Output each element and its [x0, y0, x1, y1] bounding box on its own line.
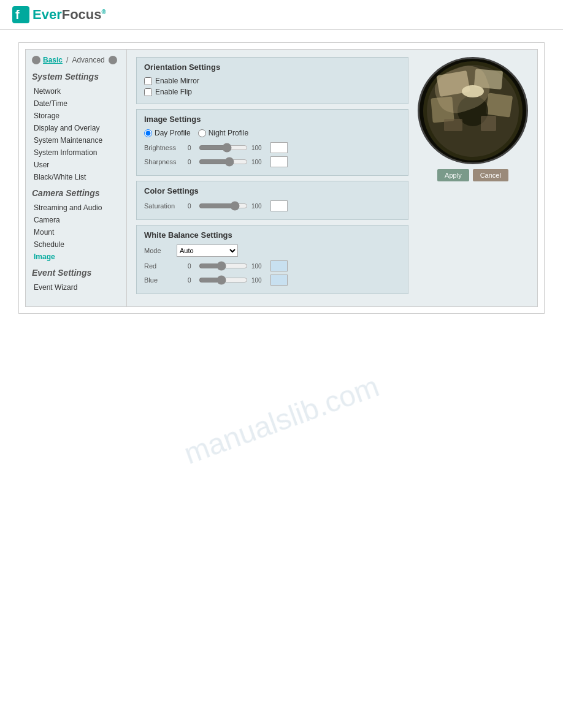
- saturation-row: Saturation 0 100 80: [144, 200, 400, 211]
- nav-schedule[interactable]: Schedule: [29, 238, 123, 251]
- white-balance-title: White Balance Settings: [144, 230, 400, 240]
- sharpness-value[interactable]: 65: [270, 156, 288, 167]
- svg-rect-11: [481, 116, 496, 131]
- sharpness-row: Sharpness 0 100 65: [144, 156, 400, 167]
- sharpness-label: Sharpness: [144, 158, 184, 165]
- fisheye-svg: [419, 58, 526, 164]
- enable-mirror-label: Enable Mirror: [155, 77, 199, 85]
- svg-rect-6: [431, 96, 454, 123]
- blue-slider[interactable]: [199, 278, 248, 282]
- image-settings-section: Image Settings Day Profile Night Profile: [136, 109, 408, 176]
- fisheye-visual: [419, 58, 526, 164]
- day-profile-radio[interactable]: [144, 129, 152, 137]
- nav-blackwhite-list[interactable]: Black/White List: [29, 171, 123, 183]
- orientation-settings-section: Orientation Settings Enable Mirror Enabl…: [136, 57, 408, 104]
- blue-row: Blue 0 100 46: [144, 275, 400, 286]
- saturation-min: 0: [188, 203, 195, 210]
- nav-system-maintenance[interactable]: System Maintenance: [29, 134, 123, 146]
- sharpness-slider[interactable]: [199, 159, 248, 164]
- cancel-button[interactable]: Cancel: [473, 169, 508, 181]
- logo-icon: f: [12, 6, 29, 23]
- tab-separator: /: [66, 56, 68, 64]
- brightness-row: Brightness 0 100 60: [144, 142, 400, 153]
- brightness-min: 0: [188, 145, 195, 151]
- camera-preview: Apply Cancel: [418, 57, 528, 299]
- night-profile-label: Night Profile: [209, 129, 248, 137]
- brightness-slider[interactable]: [199, 145, 248, 150]
- system-settings-title: System Settings: [32, 72, 120, 82]
- orientation-title: Orientation Settings: [144, 63, 400, 72]
- mode-select[interactable]: Auto Manual Indoor Outdoor: [177, 245, 238, 257]
- svg-rect-7: [486, 93, 513, 117]
- page-header: f EverFocus®: [0, 0, 563, 30]
- night-profile-radio[interactable]: [198, 129, 206, 137]
- blue-value[interactable]: 46: [270, 275, 288, 286]
- action-buttons: Apply Cancel: [418, 169, 528, 181]
- nav-image[interactable]: Image: [29, 251, 123, 263]
- blue-label: Blue: [144, 276, 184, 284]
- red-row: Red 0 100 45: [144, 260, 400, 271]
- red-label: Red: [144, 262, 184, 270]
- brightness-value[interactable]: 60: [270, 142, 288, 153]
- svg-point-9: [462, 85, 484, 97]
- nav-mount[interactable]: Mount: [29, 226, 123, 238]
- settings-panel: Orientation Settings Enable Mirror Enabl…: [136, 57, 408, 299]
- content-border: Basic / Advanced System Settings Network…: [18, 42, 545, 314]
- profile-radio-row: Day Profile Night Profile: [144, 129, 400, 137]
- enable-flip-row: Enable Flip: [144, 88, 400, 96]
- apply-button[interactable]: Apply: [437, 169, 469, 181]
- sharpness-min: 0: [188, 159, 195, 165]
- enable-mirror-row: Enable Mirror: [144, 77, 400, 85]
- fisheye-camera-image: [418, 57, 528, 164]
- top-row: Orientation Settings Enable Mirror Enabl…: [136, 57, 528, 299]
- nav-storage[interactable]: Storage: [29, 110, 123, 122]
- nav-network[interactable]: Network: [29, 85, 123, 97]
- brightness-label: Brightness: [144, 144, 184, 151]
- color-settings-title: Color Settings: [144, 186, 400, 195]
- saturation-slider[interactable]: [199, 203, 248, 208]
- mode-row: Mode Auto Manual Indoor Outdoor: [144, 245, 400, 257]
- red-value[interactable]: 45: [270, 260, 288, 271]
- enable-mirror-checkbox[interactable]: [144, 77, 152, 85]
- inner-layout: Basic / Advanced System Settings Network…: [25, 49, 538, 307]
- main-content: Orientation Settings Enable Mirror Enabl…: [127, 50, 537, 306]
- nav-display-overlay[interactable]: Display and Overlay: [29, 122, 123, 134]
- tab-advanced[interactable]: Advanced: [72, 56, 104, 64]
- red-slider[interactable]: [199, 264, 248, 268]
- color-settings-section: Color Settings Saturation 0 100 80: [136, 181, 408, 220]
- white-balance-section: White Balance Settings Mode Auto Manual …: [136, 225, 408, 294]
- image-settings-title: Image Settings: [144, 115, 400, 124]
- event-settings-title: Event Settings: [32, 268, 120, 278]
- saturation-value[interactable]: 80: [270, 200, 288, 211]
- nav-event-wizard[interactable]: Event Wizard: [29, 281, 123, 294]
- enable-flip-label: Enable Flip: [155, 88, 192, 96]
- nav-streaming-audio[interactable]: Streaming and Audio: [29, 202, 123, 214]
- logo-text: EverFocus®: [33, 7, 106, 23]
- nav-user[interactable]: User: [29, 159, 123, 171]
- tab-basic[interactable]: Basic: [43, 56, 63, 64]
- svg-rect-5: [474, 69, 503, 89]
- saturation-max: 100: [251, 203, 267, 210]
- advanced-tab-icon: [109, 56, 117, 64]
- blue-min: 0: [188, 277, 195, 284]
- brightness-max: 100: [251, 145, 267, 151]
- red-min: 0: [188, 263, 195, 270]
- day-profile-label: Day Profile: [155, 129, 191, 137]
- nav-system-info[interactable]: System Information: [29, 146, 123, 159]
- nav-camera[interactable]: Camera: [29, 214, 123, 226]
- red-max: 100: [251, 263, 267, 270]
- sidebar-tabs: Basic / Advanced: [29, 56, 123, 64]
- svg-rect-10: [444, 119, 462, 131]
- nav-datetime[interactable]: Date/Time: [29, 97, 123, 110]
- camera-settings-title: Camera Settings: [32, 188, 120, 198]
- trademark: ®: [102, 9, 106, 15]
- enable-flip-checkbox[interactable]: [144, 88, 152, 96]
- basic-tab-icon: [32, 56, 40, 64]
- main-container: Basic / Advanced System Settings Network…: [0, 30, 563, 326]
- sharpness-max: 100: [251, 159, 267, 165]
- night-profile-option: Night Profile: [198, 129, 248, 137]
- saturation-label: Saturation: [144, 202, 184, 210]
- svg-text:f: f: [15, 8, 20, 21]
- blue-max: 100: [251, 277, 267, 284]
- logo: f EverFocus®: [12, 6, 106, 23]
